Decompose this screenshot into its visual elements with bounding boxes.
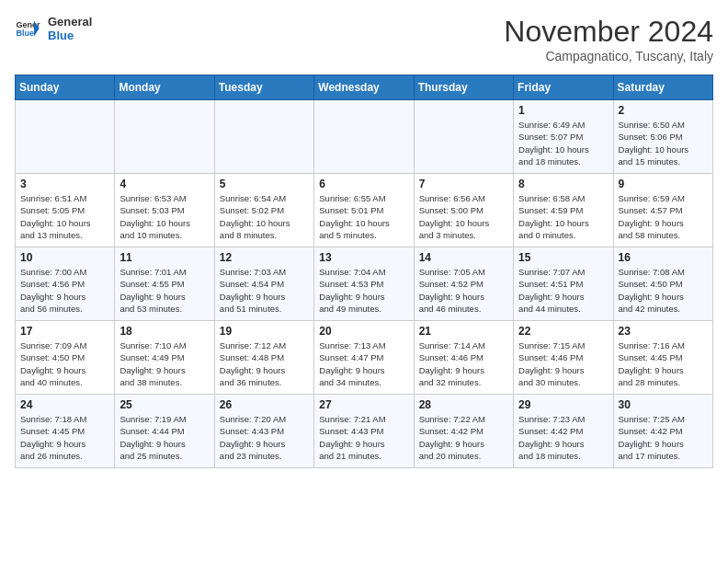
day-info-line: and 56 minutes.	[20, 304, 83, 314]
day-info: Sunrise: 6:51 AMSunset: 5:05 PMDaylight:…	[20, 192, 109, 241]
day-info-line: Daylight: 9 hours	[619, 218, 684, 228]
day-number: 9	[619, 178, 708, 190]
weekday-header-sunday: Sunday	[16, 75, 115, 100]
day-info-line: Sunrise: 7:13 AM	[319, 340, 385, 350]
day-info: Sunrise: 7:13 AMSunset: 4:47 PMDaylight:…	[319, 339, 408, 388]
calendar-cell: 9Sunrise: 6:59 AMSunset: 4:57 PMDaylight…	[613, 174, 712, 247]
day-info: Sunrise: 7:21 AMSunset: 4:43 PMDaylight:…	[319, 413, 408, 462]
day-info-line: Sunset: 4:45 PM	[20, 426, 85, 436]
day-info-line: Sunrise: 7:23 AM	[518, 414, 585, 424]
day-number: 29	[518, 398, 608, 411]
day-info-line: Sunrise: 7:00 AM	[20, 267, 86, 277]
day-info-line: Sunrise: 7:16 AM	[619, 340, 685, 350]
day-info-line: Sunrise: 6:59 AM	[619, 193, 685, 203]
weekday-header-tuesday: Tuesday	[214, 75, 313, 100]
calendar-cell: 25Sunrise: 7:19 AMSunset: 4:44 PMDayligh…	[115, 395, 214, 468]
calendar-cell: 4Sunrise: 6:53 AMSunset: 5:03 PMDaylight…	[115, 174, 214, 247]
day-info-line: Sunrise: 7:09 AM	[20, 340, 86, 350]
day-info-line: and 15 minutes.	[619, 156, 681, 167]
day-number: 3	[20, 178, 109, 190]
day-info-line: Daylight: 9 hours	[220, 292, 285, 302]
calendar-cell: 19Sunrise: 7:12 AMSunset: 4:48 PMDayligh…	[214, 321, 313, 395]
calendar-week-4: 17Sunrise: 7:09 AMSunset: 4:50 PMDayligh…	[16, 321, 713, 395]
day-number: 6	[319, 178, 408, 190]
day-info-line: Sunset: 4:42 PM	[518, 426, 583, 436]
day-info-line: Sunrise: 7:18 AM	[20, 414, 86, 424]
calendar-cell	[115, 100, 214, 174]
day-info-line: Daylight: 10 hours	[119, 218, 190, 228]
day-info-line: and 10 minutes.	[119, 230, 182, 240]
day-info-line: Sunset: 5:02 PM	[220, 205, 284, 215]
svg-text:Blue: Blue	[16, 29, 34, 38]
day-info-line: and 34 minutes.	[319, 377, 381, 387]
calendar-week-3: 10Sunrise: 7:00 AMSunset: 4:56 PMDayligh…	[16, 247, 713, 321]
day-info-line: Sunset: 4:59 PM	[518, 205, 583, 215]
day-info-line: Sunrise: 6:50 AM	[619, 120, 685, 130]
day-info-line: Sunrise: 7:03 AM	[220, 267, 286, 277]
calendar-cell	[314, 100, 414, 174]
day-number: 5	[220, 178, 309, 190]
day-info-line: Daylight: 9 hours	[119, 292, 185, 302]
day-info-line: Sunset: 5:00 PM	[419, 205, 483, 215]
day-number: 7	[419, 178, 508, 190]
calendar-cell: 28Sunrise: 7:22 AMSunset: 4:42 PMDayligh…	[414, 395, 513, 468]
day-number: 24	[20, 398, 109, 411]
calendar-cell: 12Sunrise: 7:03 AMSunset: 4:54 PMDayligh…	[214, 247, 313, 321]
day-info: Sunrise: 7:19 AMSunset: 4:44 PMDaylight:…	[119, 413, 209, 462]
day-number: 22	[518, 325, 608, 338]
day-info-line: Daylight: 9 hours	[20, 292, 85, 302]
weekday-header-monday: Monday	[115, 75, 214, 100]
day-info-line: Sunset: 4:54 PM	[220, 279, 284, 289]
day-info-line: Sunset: 4:48 PM	[220, 352, 284, 362]
day-info: Sunrise: 6:50 AMSunset: 5:06 PMDaylight:…	[619, 119, 708, 167]
calendar-cell: 20Sunrise: 7:13 AMSunset: 4:47 PMDayligh…	[314, 321, 414, 395]
calendar-cell: 21Sunrise: 7:14 AMSunset: 4:46 PMDayligh…	[414, 321, 513, 395]
day-info-line: and 23 minutes.	[220, 451, 282, 461]
day-info-line: Sunrise: 6:53 AM	[119, 193, 186, 203]
day-info-line: Sunrise: 7:04 AM	[319, 267, 385, 277]
day-number: 27	[319, 398, 408, 411]
weekday-header-row: SundayMondayTuesdayWednesdayThursdayFrid…	[16, 75, 713, 100]
day-info: Sunrise: 6:58 AMSunset: 4:59 PMDaylight:…	[518, 192, 608, 241]
day-info-line: Daylight: 9 hours	[319, 439, 384, 449]
day-info-line: Daylight: 10 hours	[518, 144, 589, 155]
day-number: 11	[119, 251, 209, 264]
day-info: Sunrise: 7:22 AMSunset: 4:42 PMDaylight:…	[419, 413, 508, 462]
day-info-line: and 17 minutes.	[619, 451, 681, 461]
calendar-cell: 24Sunrise: 7:18 AMSunset: 4:45 PMDayligh…	[16, 395, 115, 468]
day-info-line: Sunrise: 7:10 AM	[119, 340, 186, 350]
day-info-line: Sunset: 4:51 PM	[518, 279, 583, 289]
day-info-line: and 38 minutes.	[119, 377, 182, 387]
day-info-line: Sunset: 4:49 PM	[119, 352, 184, 362]
calendar-cell: 10Sunrise: 7:00 AMSunset: 4:56 PMDayligh…	[16, 247, 115, 321]
calendar-cell: 6Sunrise: 6:55 AMSunset: 5:01 PMDaylight…	[314, 174, 414, 247]
calendar-cell	[214, 100, 313, 174]
day-number: 4	[119, 178, 209, 190]
day-info-line: Daylight: 9 hours	[419, 439, 484, 449]
day-info-line: Daylight: 10 hours	[619, 144, 689, 155]
day-info-line: Daylight: 9 hours	[220, 439, 285, 449]
day-info-line: Sunset: 5:05 PM	[20, 205, 85, 215]
day-info-line: Sunrise: 6:49 AM	[518, 120, 585, 130]
day-info-line: Sunrise: 7:08 AM	[619, 267, 685, 277]
day-info-line: and 42 minutes.	[619, 304, 681, 314]
day-number: 16	[619, 251, 708, 264]
weekday-header-thursday: Thursday	[414, 75, 513, 100]
day-info: Sunrise: 6:59 AMSunset: 4:57 PMDaylight:…	[619, 192, 708, 241]
weekday-header-wednesday: Wednesday	[314, 75, 414, 100]
day-info: Sunrise: 7:00 AMSunset: 4:56 PMDaylight:…	[20, 266, 109, 315]
day-info-line: Sunrise: 7:20 AM	[220, 414, 286, 424]
day-info: Sunrise: 7:09 AMSunset: 4:50 PMDaylight:…	[20, 339, 109, 388]
day-number: 20	[319, 325, 408, 338]
day-info: Sunrise: 7:03 AMSunset: 4:54 PMDaylight:…	[220, 266, 309, 315]
calendar-cell: 26Sunrise: 7:20 AMSunset: 4:43 PMDayligh…	[214, 395, 313, 468]
day-info-line: Daylight: 9 hours	[220, 365, 285, 375]
day-number: 26	[220, 398, 309, 411]
day-info-line: and 44 minutes.	[518, 304, 581, 314]
day-info-line: Sunrise: 6:58 AM	[518, 193, 585, 203]
day-info-line: Sunset: 5:07 PM	[518, 132, 583, 142]
day-info-line: Sunrise: 7:05 AM	[419, 267, 485, 277]
day-info-line: and 13 minutes.	[20, 230, 83, 240]
day-number: 28	[419, 398, 508, 411]
day-info: Sunrise: 7:25 AMSunset: 4:42 PMDaylight:…	[619, 413, 708, 462]
